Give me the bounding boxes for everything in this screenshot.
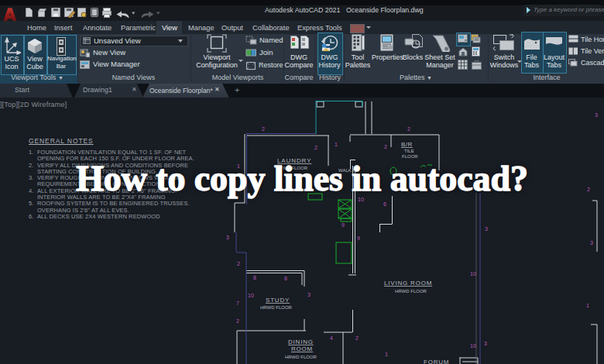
svg-text:2: 2: [355, 335, 359, 341]
svg-text:FORUM: FORUM: [424, 359, 449, 364]
svg-text:DINING: DINING: [288, 338, 314, 345]
svg-text:HRWD FLOOR: HRWD FLOOR: [395, 289, 427, 294]
svg-text:1: 1: [335, 142, 338, 147]
svg-text:7: 7: [236, 300, 239, 306]
svg-text:ROOM: ROOM: [291, 345, 313, 352]
svg-text:9: 9: [341, 222, 345, 228]
svg-text:3: 3: [485, 226, 488, 232]
svg-text:2: 2: [262, 126, 265, 132]
svg-text:8: 8: [284, 276, 287, 281]
svg-text:6: 6: [383, 201, 386, 207]
svg-text:STUDY: STUDY: [266, 297, 290, 304]
svg-text:8: 8: [253, 275, 256, 280]
svg-text:2: 2: [314, 145, 317, 150]
svg-text:2: 2: [407, 126, 410, 132]
svg-text:1: 1: [385, 352, 388, 357]
svg-text:3: 3: [590, 240, 593, 246]
svg-text:3: 3: [484, 341, 487, 346]
svg-text:2: 2: [236, 318, 239, 324]
svg-text:10: 10: [470, 271, 476, 276]
svg-text:TILE: TILE: [404, 149, 414, 153]
svg-text:B/R: B/R: [401, 141, 413, 148]
svg-text:4: 4: [330, 335, 333, 341]
svg-text:HRWD FLOOR: HRWD FLOOR: [285, 355, 317, 359]
svg-text:HRWD FLOOR: HRWD FLOOR: [260, 305, 293, 310]
svg-text:LIVING ROOM: LIVING ROOM: [384, 280, 432, 287]
svg-text:1: 1: [586, 303, 589, 308]
svg-text:10: 10: [248, 293, 254, 298]
svg-text:3: 3: [307, 292, 311, 297]
svg-text:3: 3: [226, 235, 229, 240]
svg-text:2: 2: [237, 261, 240, 266]
svg-text:9: 9: [357, 235, 360, 241]
svg-text:10: 10: [470, 343, 476, 349]
svg-text:2: 2: [384, 144, 387, 149]
svg-text:3: 3: [595, 112, 598, 118]
